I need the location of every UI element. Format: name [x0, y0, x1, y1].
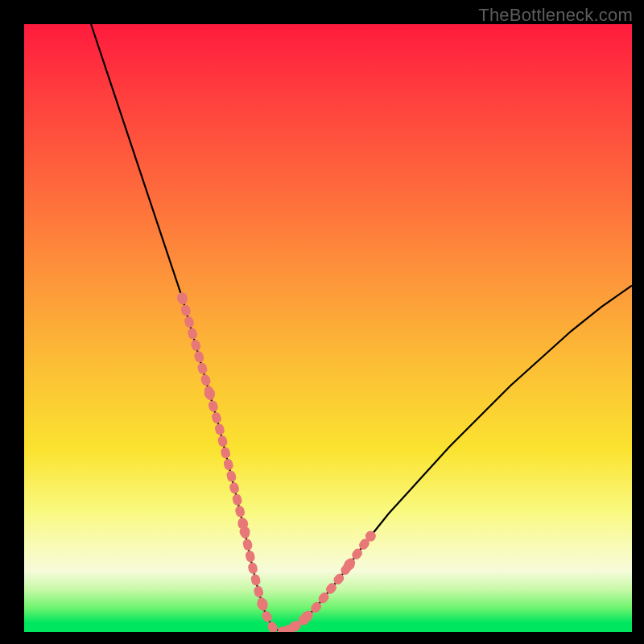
dot-segment: [262, 604, 288, 631]
chart-svg: [24, 24, 632, 632]
dot-segment: [182, 298, 209, 394]
dot-segment: [245, 531, 262, 604]
watermark-text: TheBottleneck.com: [478, 5, 633, 26]
dot-segment: [307, 564, 349, 617]
dot-overlay: [177, 292, 376, 632]
plot-area: [24, 24, 632, 632]
dot-segment: [349, 536, 370, 564]
chart-frame: TheBottleneck.com: [0, 0, 644, 644]
